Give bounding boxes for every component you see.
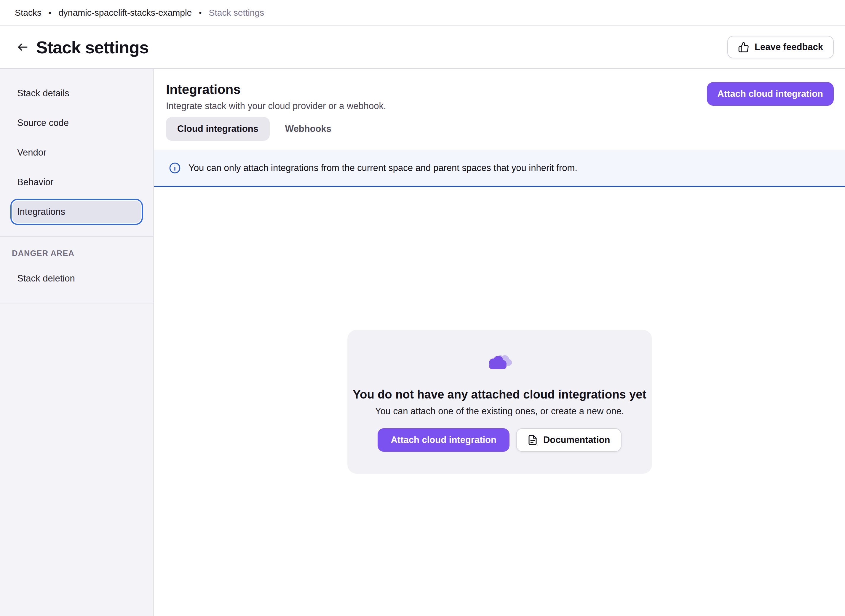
cloud-icon	[487, 353, 513, 373]
sidebar-item-stack-deletion[interactable]: Stack deletion	[10, 265, 143, 292]
info-icon	[169, 162, 181, 174]
attach-cloud-integration-button[interactable]: Attach cloud integration	[707, 82, 834, 106]
breadcrumb-item-stack-name[interactable]: dynamic-spacelift-stacks-example	[59, 8, 192, 18]
page-header: Stack settings Leave feedback	[0, 26, 845, 69]
sidebar-danger-section: DANGER AREA Stack deletion	[0, 237, 153, 304]
sidebar-item-source-code[interactable]: Source code	[10, 110, 143, 136]
settings-sidebar: Stack details Source code Vendor Behavio…	[0, 69, 154, 616]
integrations-panel: Integrations Integrate stack with your c…	[154, 69, 845, 616]
tab-webhooks[interactable]: Webhooks	[274, 117, 343, 141]
breadcrumb-item-stacks[interactable]: Stacks	[15, 8, 41, 18]
integrations-header: Integrations Integrate stack with your c…	[154, 69, 845, 141]
sidebar-item-behavior[interactable]: Behavior	[10, 169, 143, 195]
empty-state-title: You do not have any attached cloud integ…	[353, 387, 646, 402]
documentation-button[interactable]: Documentation	[516, 428, 622, 452]
back-arrow-icon	[17, 41, 28, 53]
attach-cloud-integration-button-empty-state[interactable]: Attach cloud integration	[378, 428, 509, 452]
tab-cloud-integrations[interactable]: Cloud integrations	[166, 117, 270, 141]
info-banner-text: You can only attach integrations from th…	[188, 163, 577, 173]
integrations-subtitle: Integrate stack with your cloud provider…	[166, 100, 386, 112]
sidebar-nav-section: Stack details Source code Vendor Behavio…	[0, 69, 153, 237]
leave-feedback-button[interactable]: Leave feedback	[727, 36, 834, 59]
danger-area-heading: DANGER AREA	[12, 248, 153, 258]
breadcrumb-separator: •	[48, 9, 51, 16]
breadcrumb: Stacks • dynamic-spacelift-stacks-exampl…	[0, 0, 845, 26]
content-area: Stack details Source code Vendor Behavio…	[0, 69, 845, 616]
back-button[interactable]	[15, 40, 29, 54]
documentation-label: Documentation	[543, 435, 610, 445]
sidebar-item-integrations[interactable]: Integrations	[10, 199, 143, 225]
thumbs-up-icon	[738, 41, 749, 53]
stack-settings-page: Stacks • dynamic-spacelift-stacks-exampl…	[0, 0, 845, 616]
integrations-title: Integrations	[166, 82, 386, 97]
info-banner: You can only attach integrations from th…	[154, 150, 845, 187]
sidebar-item-stack-details[interactable]: Stack details	[10, 80, 143, 106]
empty-state-actions: Attach cloud integration Documentation	[378, 428, 621, 452]
empty-state-subtitle: You can attach one of the existing ones,…	[375, 406, 624, 417]
breadcrumb-separator: •	[199, 9, 201, 16]
page-title: Stack settings	[36, 37, 148, 57]
file-text-icon	[527, 435, 538, 445]
leave-feedback-label: Leave feedback	[755, 42, 823, 53]
breadcrumb-item-current: Stack settings	[209, 8, 264, 18]
integrations-tabs: Cloud integrations Webhooks	[166, 117, 834, 141]
empty-state-card: You do not have any attached cloud integ…	[348, 330, 652, 474]
sidebar-item-vendor[interactable]: Vendor	[10, 139, 143, 166]
